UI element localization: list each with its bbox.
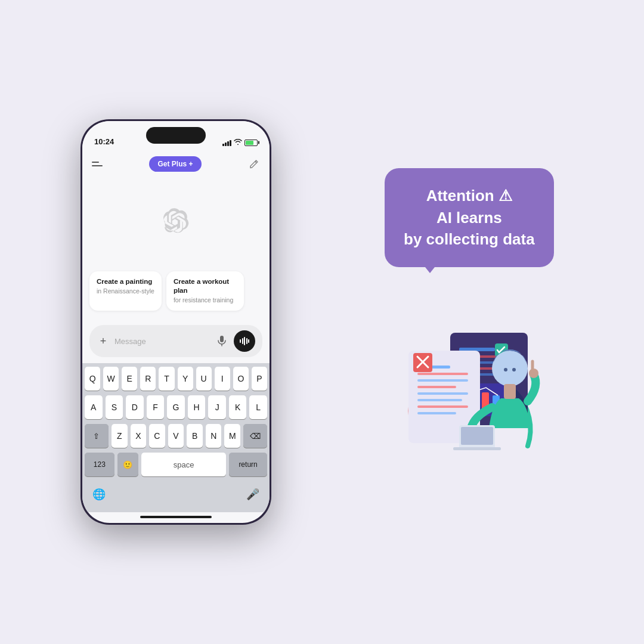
hamburger-menu-icon[interactable]	[92, 162, 103, 166]
key-b[interactable]: B	[187, 424, 203, 448]
svg-rect-18	[417, 392, 468, 395]
space-key[interactable]: space	[141, 453, 226, 476]
key-k[interactable]: K	[229, 395, 247, 419]
emoji-key[interactable]: 🙂	[117, 453, 138, 476]
svg-rect-31	[461, 427, 493, 445]
illustration	[373, 309, 564, 476]
speech-bubble-text: Attention ⚠ AI learns by collecting data	[404, 185, 535, 250]
key-u[interactable]: U	[196, 367, 212, 391]
openai-logo	[163, 208, 189, 234]
key-r[interactable]: R	[140, 367, 156, 391]
suggestion-card-1-title: Create a painting	[97, 277, 154, 286]
key-z[interactable]: Z	[112, 424, 128, 448]
svg-point-25	[492, 351, 528, 386]
key-i[interactable]: I	[215, 367, 230, 391]
svg-rect-20	[417, 405, 468, 408]
suggestion-card-1[interactable]: Create a painting in Renaissance-style	[89, 271, 162, 311]
signal-bars-icon	[222, 139, 231, 146]
phone-inner: 10:24	[82, 121, 270, 523]
signal-bar-3	[227, 141, 229, 146]
plus-button[interactable]: +	[97, 335, 110, 348]
key-a[interactable]: A	[85, 395, 103, 419]
mic-bottom-button[interactable]: 🎤	[242, 484, 264, 505]
phone-wrapper: 10:24	[80, 119, 271, 525]
keyboard-row-1: Q W E R T Y U I O P	[85, 367, 267, 391]
key-h[interactable]: H	[188, 395, 206, 419]
key-c[interactable]: C	[149, 424, 165, 448]
signal-bar-4	[230, 140, 231, 146]
key-l[interactable]: L	[249, 395, 267, 419]
svg-rect-17	[417, 386, 456, 388]
right-side: Attention ⚠ AI learns by collecting data	[361, 168, 564, 475]
suggestion-card-2-subtitle: for resistance training	[174, 296, 237, 305]
suggestion-card-2[interactable]: Create a workout plan for resistance tra…	[166, 271, 244, 311]
hamburger-line-2	[92, 165, 103, 166]
message-input-area: + Message	[82, 321, 270, 363]
svg-rect-21	[417, 412, 456, 414]
key-j[interactable]: J	[208, 395, 226, 419]
keyboard: Q W E R T Y U I O P A S	[82, 363, 270, 512]
signal-bar-2	[225, 143, 227, 146]
return-key[interactable]: return	[229, 453, 267, 476]
key-s[interactable]: S	[106, 395, 123, 419]
keyboard-row-4: 123 🙂 space return	[85, 453, 267, 476]
signal-bar-1	[222, 144, 224, 146]
key-m[interactable]: M	[224, 424, 240, 448]
battery-fill	[246, 141, 253, 145]
speech-bubble: Attention ⚠ AI learns by collecting data	[385, 168, 554, 267]
illustration-svg	[373, 309, 564, 476]
waveform-icon	[240, 337, 249, 345]
key-v[interactable]: V	[168, 424, 184, 448]
keyboard-row-3: ⇧ Z X C V B N M ⌫	[85, 424, 267, 448]
mic-button[interactable]	[215, 334, 229, 348]
svg-rect-26	[504, 384, 516, 399]
svg-rect-19	[417, 399, 462, 401]
key-g[interactable]: G	[167, 395, 185, 419]
key-q[interactable]: Q	[85, 367, 100, 391]
key-w[interactable]: W	[103, 367, 119, 391]
suggestion-card-1-subtitle: in Renaissance-style	[97, 287, 154, 296]
key-x[interactable]: X	[131, 424, 147, 448]
key-e[interactable]: E	[122, 367, 137, 391]
wifi-icon	[234, 139, 242, 146]
svg-rect-15	[417, 373, 468, 375]
svg-rect-0	[220, 336, 224, 342]
message-placeholder: Message	[114, 337, 210, 346]
battery-icon	[244, 140, 258, 146]
svg-point-27	[504, 368, 507, 371]
waveform-button[interactable]	[234, 330, 255, 352]
key-t[interactable]: T	[159, 367, 174, 391]
key-f[interactable]: F	[147, 395, 165, 419]
phone: 10:24	[80, 119, 271, 525]
status-icons	[222, 139, 258, 146]
key-n[interactable]: N	[206, 424, 222, 448]
chat-area	[82, 177, 270, 259]
get-plus-button[interactable]: Get Plus +	[149, 156, 201, 172]
suggestion-cards: Create a painting in Renaissance-style C…	[82, 271, 270, 315]
app-header: Get Plus +	[82, 151, 270, 177]
numbers-key[interactable]: 123	[85, 453, 114, 476]
svg-rect-16	[417, 379, 468, 382]
keyboard-bottom-row: 🌐 🎤	[85, 481, 267, 510]
keyboard-row-2: A S D F G H J K L	[85, 395, 267, 419]
home-indicator	[140, 516, 212, 518]
key-o[interactable]: O	[233, 367, 249, 391]
svg-point-28	[512, 368, 516, 371]
delete-key[interactable]: ⌫	[243, 424, 267, 448]
hamburger-line-1	[92, 162, 99, 163]
key-y[interactable]: Y	[178, 367, 193, 391]
shift-key[interactable]: ⇧	[85, 424, 109, 448]
globe-button[interactable]: 🌐	[88, 484, 110, 505]
page-container: 10:24	[0, 0, 644, 644]
key-p[interactable]: P	[252, 367, 267, 391]
suggestion-card-2-title: Create a workout plan	[174, 277, 237, 295]
svg-rect-32	[453, 447, 501, 450]
dynamic-island	[146, 127, 206, 144]
message-input-bar[interactable]: + Message	[89, 325, 262, 357]
edit-icon[interactable]	[248, 158, 260, 170]
key-d[interactable]: D	[126, 395, 144, 419]
status-time: 10:24	[94, 137, 114, 146]
